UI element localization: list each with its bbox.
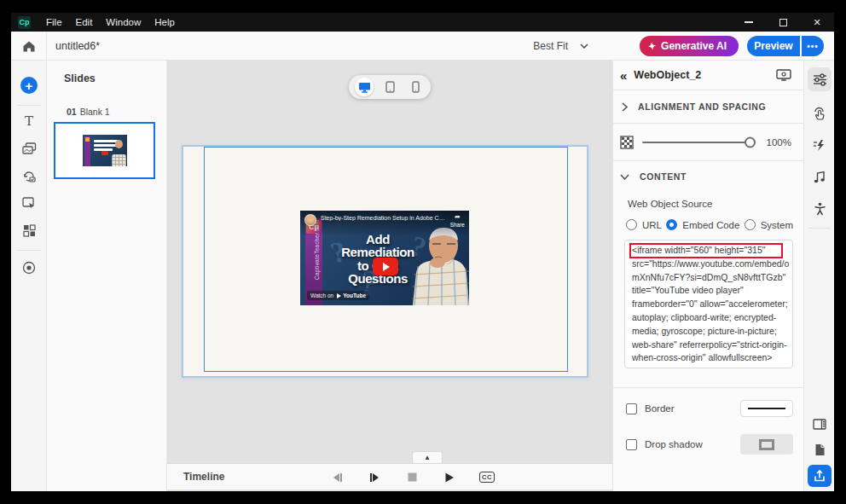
sparkle-icon: ✦: [647, 40, 657, 52]
device-mobile-button[interactable]: [406, 78, 425, 96]
menu-item[interactable]: Window: [99, 13, 148, 32]
screenshot-root: { "app": { "logo_text": "Cp", "menu_item…: [0, 0, 846, 504]
media-icon: [22, 142, 37, 155]
mini-play-icon: [101, 151, 108, 155]
canvas-area: ? ? ? ?: [167, 61, 612, 491]
slide-name: Blank 1: [80, 107, 110, 117]
desktop-icon: [358, 82, 371, 93]
share-label: Share: [450, 222, 465, 228]
embed-code-field[interactable]: <iframe width="560" height="315" src="ht…: [624, 240, 793, 368]
more-options-button[interactable]: •••: [802, 36, 824, 56]
embed-code-line: src="https://www.youtube.com/embed/o: [630, 258, 787, 271]
step-back-button[interactable]: [329, 470, 345, 485]
alignment-section-toggle[interactable]: ALIGNMENT AND SPACING: [613, 90, 803, 124]
content-section-toggle[interactable]: CONTENT: [620, 171, 687, 182]
media-tool-button[interactable]: [11, 137, 47, 159]
play-button[interactable]: [442, 470, 457, 485]
home-icon: [22, 40, 36, 53]
interactions-tab-button[interactable]: [808, 101, 832, 125]
play-icon: [383, 263, 390, 271]
youtube-play-button[interactable]: [373, 258, 398, 275]
menu-item[interactable]: File: [39, 13, 69, 32]
share-control[interactable]: ➦ Share: [450, 214, 465, 228]
source-option[interactable]: Embed Code: [666, 219, 739, 230]
drop-shadow-style-button[interactable]: [740, 434, 793, 455]
youtube-embed[interactable]: ? ? ? ?: [300, 211, 469, 305]
slide-label: 01Blank 1: [67, 107, 166, 117]
collapse-panel-icon[interactable]: «: [620, 68, 627, 83]
play-icon: [444, 472, 455, 483]
minimize-button[interactable]: [732, 13, 766, 32]
opacity-slider[interactable]: [642, 142, 754, 143]
web-object-source-label: Web Object Source: [628, 199, 713, 209]
menu-item[interactable]: Edit: [69, 13, 100, 32]
share-export-button[interactable]: [808, 465, 832, 487]
audio-tab-button[interactable]: [808, 165, 832, 188]
accessibility-tab-button[interactable]: [808, 197, 832, 221]
stop-button[interactable]: [404, 470, 420, 485]
slide-list-item[interactable]: 01Blank 1: [47, 107, 166, 179]
opacity-slider-handle[interactable]: [745, 136, 756, 148]
border-line-preview: [748, 408, 785, 409]
video-top-overlay: Step-by-Step Remediation Setup in Adobe …: [300, 211, 469, 236]
plus-icon: +: [20, 77, 38, 94]
source-option[interactable]: System: [745, 219, 793, 230]
device-tablet-button[interactable]: [380, 78, 399, 96]
slides-list: 01Blank 1: [47, 107, 166, 179]
video-title[interactable]: Step-by-Step Remediation Setup in Adobe …: [321, 215, 447, 221]
fit-value: Best Fit: [533, 40, 568, 52]
zoom-fit-select[interactable]: Best Fit: [533, 32, 588, 61]
tablet-icon: [385, 81, 395, 93]
preview-on-device-icon[interactable]: [776, 69, 791, 82]
slides-panel: Slides 01Blank 1: [47, 61, 167, 491]
drop-shadow-checkbox[interactable]: [626, 439, 637, 450]
chevron-up-icon: ▲: [424, 454, 431, 461]
radio-icon: [745, 219, 756, 230]
record-tool-button[interactable]: [11, 257, 47, 279]
close-button[interactable]: ✕: [800, 13, 834, 32]
step-forward-button[interactable]: [367, 470, 382, 485]
left-tool-rail: + T: [11, 61, 47, 491]
channel-avatar[interactable]: [304, 214, 316, 226]
closed-captions-button[interactable]: CC: [479, 470, 495, 485]
slide-number: 01: [67, 107, 77, 117]
slide-stage[interactable]: ? ? ? ?: [182, 145, 588, 378]
watch-on-youtube[interactable]: Watch on YouTube: [307, 291, 369, 300]
widget-tool-button[interactable]: [11, 192, 47, 214]
slides-panel-title: Slides: [64, 72, 166, 84]
radio-icon: [666, 219, 677, 230]
embed-code-line: when-cross-origin" allowfullscreen>: [630, 351, 787, 365]
preview-button[interactable]: Preview: [747, 36, 800, 56]
accessibility-icon: [814, 202, 826, 216]
device-desktop-button[interactable]: [355, 78, 374, 96]
panels-layout-button[interactable]: [808, 412, 832, 436]
interactions-tool-button[interactable]: [11, 165, 47, 187]
captivate-logo-icon: Cp: [18, 16, 31, 29]
blocks-tool-button[interactable]: [11, 219, 47, 241]
share-icon: [814, 470, 826, 482]
properties-header: « WebObject_2: [613, 61, 803, 90]
minimize-icon: [745, 21, 753, 22]
chevron-down-icon: [620, 174, 629, 180]
document-info-button[interactable]: [808, 437, 832, 461]
generative-ai-button[interactable]: ✦ Generative AI: [640, 36, 739, 56]
radio-label: URL: [642, 220, 662, 230]
timeline-expander-button[interactable]: ▲: [412, 451, 443, 463]
maximize-button[interactable]: [766, 13, 800, 32]
radio-label: System: [761, 220, 793, 230]
actions-tab-button[interactable]: [808, 133, 832, 157]
add-object-button[interactable]: +: [11, 74, 47, 96]
slide-thumbnail-video: [83, 135, 127, 166]
mini-person: [115, 140, 123, 148]
web-object-selection[interactable]: ? ? ? ?: [204, 147, 568, 372]
border-style-button[interactable]: [740, 400, 793, 417]
source-option[interactable]: URL: [626, 219, 662, 230]
menu-item[interactable]: Help: [148, 13, 182, 32]
slide-thumbnail[interactable]: [54, 122, 155, 179]
properties-tab-button[interactable]: [808, 67, 832, 91]
embed-code-line: web-share" referrerpolicy="strict-origin…: [630, 339, 787, 352]
text-tool-button[interactable]: T: [11, 110, 47, 132]
home-button[interactable]: [11, 32, 47, 61]
border-checkbox[interactable]: [626, 403, 637, 414]
drop-shadow-label: Drop shadow: [645, 439, 740, 449]
